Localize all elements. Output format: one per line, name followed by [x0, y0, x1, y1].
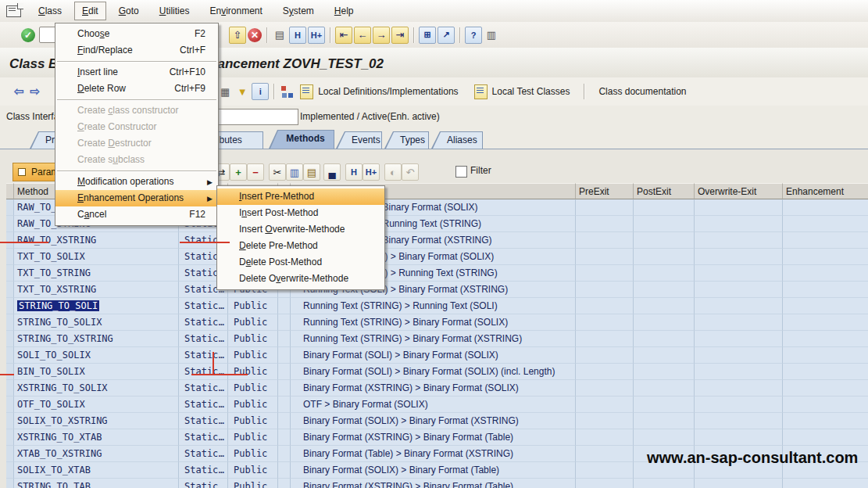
previous-page-icon[interactable]: ←: [354, 27, 371, 44]
row-selector[interactable]: [6, 429, 14, 446]
row-selector[interactable]: [6, 314, 14, 331]
preexit-cell[interactable]: [576, 232, 634, 249]
postexit-cell[interactable]: [634, 429, 695, 446]
enhancement-cell[interactable]: [783, 479, 868, 488]
enhancement-cell[interactable]: [783, 380, 868, 396]
table-row[interactable]: STRING_TO_XSTRINGStatic…PublicRunning Te…: [6, 331, 868, 347]
row-selector[interactable]: [6, 396, 14, 413]
flag-cell[interactable]: [278, 413, 291, 429]
local-definitions-button[interactable]: Local Definitions/Implementations: [300, 84, 458, 99]
row-selector[interactable]: [6, 380, 14, 396]
tab-methods[interactable]: Methods: [269, 130, 334, 149]
table-row[interactable]: XSTRING_TO_SOLIXStatic…PublicBinary Form…: [6, 380, 868, 396]
row-selector[interactable]: [6, 298, 14, 314]
table-row[interactable]: SOLIX_TO_XSTRINGStatic…PublicBinary Form…: [6, 413, 868, 429]
find-icon[interactable]: H: [289, 27, 306, 44]
submenu-item-delete-post-method[interactable]: Delete Post-Method: [217, 254, 384, 271]
info-icon[interactable]: i: [252, 83, 269, 100]
method-cell[interactable]: BIN_TO_SOLIX: [14, 364, 179, 380]
enhancement-cell[interactable]: [783, 199, 868, 216]
row-selector[interactable]: [6, 216, 14, 232]
print-icon[interactable]: ▤: [272, 27, 288, 43]
preexit-cell[interactable]: [576, 462, 634, 479]
delete-row-icon[interactable]: −: [247, 163, 264, 181]
row-selector[interactable]: [6, 347, 14, 364]
flag-cell[interactable]: [278, 314, 291, 331]
overwrite-exit-cell[interactable]: [695, 232, 783, 249]
level-cell[interactable]: Static…: [179, 413, 228, 429]
flag-cell[interactable]: [278, 429, 291, 446]
overwrite-exit-cell[interactable]: [695, 413, 783, 429]
enhancement-cell[interactable]: [783, 364, 868, 380]
row-selector[interactable]: [6, 249, 14, 265]
edit-menu-item-modification-operations[interactable]: Modification operations▶: [55, 174, 218, 190]
level-cell[interactable]: Static…: [179, 364, 228, 380]
overwrite-exit-cell[interactable]: [695, 331, 783, 347]
edit-menu-item-choose[interactable]: ChooseF2: [55, 26, 218, 42]
preexit-cell[interactable]: [576, 199, 634, 216]
method-cell[interactable]: XSTRING_TO_SOLIX: [14, 380, 179, 396]
table-view-icon[interactable]: ▦: [217, 84, 233, 99]
flag-cell[interactable]: [278, 347, 291, 364]
visibility-cell[interactable]: Public: [228, 331, 278, 347]
overwrite-exit-cell[interactable]: [695, 364, 783, 380]
enhancement-cell[interactable]: [783, 232, 868, 249]
edit-menu-item-enhancement-operations[interactable]: Enhancement Operations▶: [55, 190, 218, 206]
submenu-item-insert-post-method[interactable]: Insert Post-Method: [217, 205, 384, 221]
visibility-cell[interactable]: Public: [228, 314, 278, 331]
postexit-cell[interactable]: [634, 232, 695, 249]
flag-cell[interactable]: [278, 479, 291, 488]
description-cell[interactable]: Binary Format (Table) > Binary Format (X…: [291, 446, 576, 462]
postexit-cell[interactable]: [634, 331, 695, 347]
level-cell[interactable]: Static…: [179, 314, 228, 331]
enhancement-cell[interactable]: [783, 249, 868, 265]
tab-events[interactable]: Events: [336, 131, 382, 149]
submenu-item-insert-pre-method[interactable]: Insert Pre-Method: [217, 188, 384, 205]
preexit-cell[interactable]: [576, 331, 634, 347]
table-row[interactable]: RAW_TO_XSTRINGStatic…PublicRaw Text (SOL…: [6, 232, 868, 249]
postexit-cell[interactable]: [634, 364, 695, 380]
preexit-cell[interactable]: [576, 413, 634, 429]
overwrite-exit-cell[interactable]: [695, 314, 783, 331]
level-cell[interactable]: Static…: [179, 446, 228, 462]
submenu-item-delete-pre-method[interactable]: Delete Pre-Method: [217, 238, 384, 254]
method-cell[interactable]: TXT_TO_SOLIX: [14, 249, 179, 265]
menu-class[interactable]: Class: [30, 2, 70, 20]
menu-utilities[interactable]: Utilities: [152, 2, 198, 20]
method-cell[interactable]: SOLI_TO_SOLIX: [14, 347, 179, 364]
edit-menu-item-delete-row[interactable]: Delete RowCtrl+F9: [55, 81, 218, 97]
menu-system[interactable]: System: [275, 2, 322, 20]
next-page-icon[interactable]: →: [373, 27, 390, 44]
flag-cell[interactable]: [278, 331, 291, 347]
postexit-cell[interactable]: [634, 249, 695, 265]
level-cell[interactable]: Static…: [179, 396, 228, 413]
filter-icon[interactable]: ▼: [234, 84, 250, 99]
overwrite-exit-cell[interactable]: [695, 249, 783, 265]
overwrite-exit-cell[interactable]: [695, 265, 783, 282]
enhancement-cell[interactable]: [783, 413, 868, 429]
visibility-cell[interactable]: Public: [228, 462, 278, 479]
menu-goto[interactable]: Goto: [111, 2, 147, 20]
level-cell[interactable]: Static…: [179, 331, 228, 347]
submenu-item-delete-overwrite-methode[interactable]: Delete Overwrite-Methode: [217, 271, 384, 287]
postexit-cell[interactable]: [634, 413, 695, 429]
table-row[interactable]: STRING_TO_TABStatic…PublicBinary Format …: [6, 479, 868, 488]
last-page-icon[interactable]: ⇥: [391, 27, 409, 44]
column-header-postexit[interactable]: PostExit: [634, 183, 695, 199]
menu-edit[interactable]: Edit: [74, 2, 106, 20]
description-cell[interactable]: OTF > Binary Format (SOLIX): [291, 396, 576, 413]
preexit-cell[interactable]: [576, 479, 634, 488]
submenu-item-insert-overwrite-methode[interactable]: Insert Overwrite-Methode: [217, 221, 384, 238]
visibility-cell[interactable]: Public: [228, 347, 278, 364]
overwrite-exit-cell[interactable]: [695, 347, 783, 364]
enhancement-cell[interactable]: [783, 282, 868, 298]
paste-icon[interactable]: ▤: [303, 163, 320, 181]
enhancement-cell[interactable]: [783, 216, 868, 232]
overwrite-exit-cell[interactable]: [695, 429, 783, 446]
cancel-icon[interactable]: ✕: [248, 28, 262, 42]
row-selector[interactable]: [6, 331, 14, 347]
column-header-overwrite-exit[interactable]: Overwrite-Exit: [695, 183, 783, 199]
preexit-cell[interactable]: [576, 249, 634, 265]
row-selector[interactable]: [6, 232, 14, 249]
local-test-classes-button[interactable]: Local Test Classes: [474, 84, 570, 99]
